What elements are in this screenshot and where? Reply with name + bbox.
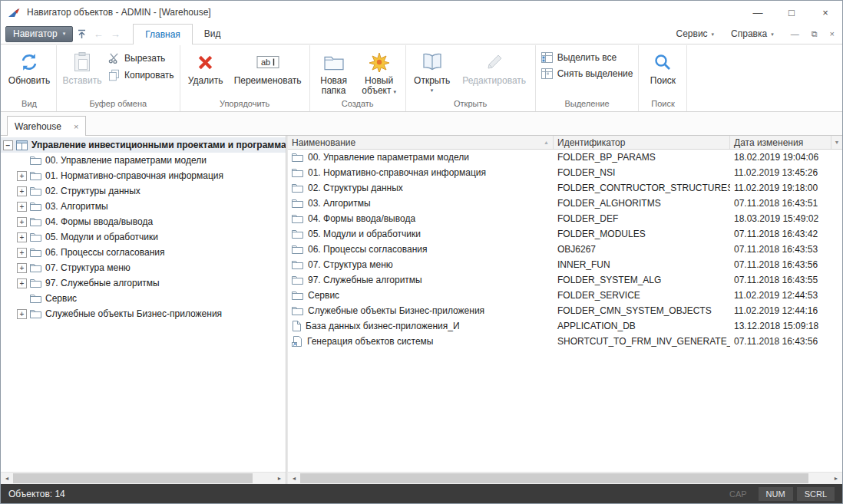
tree-item[interactable]: + 05. Модули и обработчики (1, 229, 286, 245)
filter-icon: ▼ (835, 140, 840, 145)
navigator-menu-button[interactable]: Навигатор ▾ (5, 26, 73, 42)
tree-item[interactable]: + 03. Алгоритмы (1, 199, 286, 214)
row-name: 97. Служебные алгоритмы (308, 275, 422, 285)
minimize-icon[interactable]: — (741, 1, 775, 24)
table-row[interactable]: 06. Процессы согласования OBJ6267 07.11.… (288, 242, 842, 257)
back-icon[interactable]: ← (90, 26, 107, 42)
table-row[interactable]: 03. Алгоритмы FOLDER_ALGHORITMS 07.11.20… (288, 196, 842, 211)
tree-item[interactable]: + 00. Управление параметрами модели (1, 153, 286, 168)
table-row[interactable]: 05. Модули и обработчики FOLDER_MODULES … (288, 226, 842, 242)
tab-warehouse[interactable]: Warehouse × (7, 116, 86, 136)
ribbon-group-view: Обновить Вид (2, 45, 57, 111)
scroll-left-icon[interactable]: ◄ (1, 473, 13, 484)
tab-close-icon[interactable]: × (74, 122, 78, 131)
paste-button[interactable]: Вставить (59, 47, 105, 87)
table-row[interactable]: 04. Формы ввода/вывода FOLDER_DEF 18.03.… (288, 211, 842, 226)
tree-items: + 00. Управление параметрами модели (1, 153, 286, 321)
ribbon-group-create: Новая папка Новый объект▾ Создать (310, 45, 406, 111)
tree-item-label: 03. Алгоритмы (45, 201, 108, 212)
copy-button[interactable]: Копировать (108, 69, 174, 81)
tree-item[interactable]: + 02. Структуры данных (1, 183, 286, 199)
expand-icon[interactable]: + (17, 186, 27, 196)
service-menu[interactable]: Сервис ▾ (676, 28, 715, 39)
grid-scroll-track[interactable] (300, 473, 830, 484)
child-close-icon[interactable]: × (830, 29, 835, 38)
chevron-down-icon: ▾ (771, 31, 774, 38)
open-icon (421, 51, 444, 74)
table-row[interactable]: База данных бизнес-приложения_И APPLICAT… (288, 318, 842, 334)
select-all-button[interactable]: Выделить все (541, 52, 633, 63)
table-row[interactable]: 02. Структуры данных FOLDER_CONTRUCTOR_S… (288, 180, 842, 196)
navigator-menu-label: Навигатор (13, 28, 58, 39)
tree-item[interactable]: + Сервис (1, 291, 286, 306)
tree-item[interactable]: + 01. Нормативно-справочная информация (1, 168, 286, 183)
window-controls: — □ × (741, 1, 842, 24)
child-restore-icon[interactable]: ⧉ (812, 29, 818, 39)
table-row[interactable]: 97. Служебные алгоритмы FOLDER_SYSTEM_AL… (288, 272, 842, 288)
group-label-open: Открыть (408, 99, 533, 111)
delete-button[interactable]: Удалить (183, 47, 229, 87)
column-header-name[interactable]: Наименование ▲ (288, 136, 554, 149)
column-filter-button[interactable]: ▼ (831, 136, 842, 149)
tree-scroll-thumb[interactable] (13, 473, 253, 483)
expand-icon[interactable]: + (17, 263, 27, 273)
table-row[interactable]: Сервис FOLDER_SERVICE 11.02.2019 12:44:5… (288, 288, 842, 303)
table-row[interactable]: Служебные объекты Бизнес-приложения FOLD… (288, 303, 842, 318)
status-bar: Объектов: 14 CAP NUM SCRL (1, 484, 842, 503)
row-identifier: FOLDER_CMN_SYSTEM_OBJECTS (554, 305, 730, 316)
table-row[interactable]: 01. Нормативно-справочная информация FOL… (288, 165, 842, 180)
expand-icon[interactable]: + (17, 248, 27, 258)
deselect-button[interactable]: Снять выделение (541, 68, 633, 79)
ribbon-tabs: Главная Вид (133, 24, 232, 44)
tree-item[interactable]: + 07. Структура меню (1, 260, 286, 275)
forward-icon[interactable]: → (107, 26, 124, 42)
expand-icon[interactable]: + (17, 217, 27, 227)
table-row[interactable]: 07. Структура меню INNER_FUN 07.11.2018 … (288, 257, 842, 272)
child-minimize-icon[interactable]: — (791, 29, 799, 38)
tree-item[interactable]: + Служебные объекты Бизнес-приложения (1, 306, 286, 321)
expand-icon[interactable]: + (17, 232, 27, 242)
tab-view[interactable]: Вид (193, 24, 233, 44)
chevron-down-icon: ▾ (393, 89, 396, 94)
tree-item[interactable]: + 04. Формы ввода/вывода (1, 214, 286, 229)
tree-scroll-track[interactable] (13, 473, 273, 484)
help-menu[interactable]: Справка ▾ (731, 28, 774, 39)
tree-item[interactable]: + 06. Процессы согласования (1, 245, 286, 260)
group-label-create: Создать (312, 99, 403, 111)
scroll-right-icon[interactable]: ► (830, 473, 842, 484)
scroll-left-icon[interactable]: ◄ (288, 473, 300, 484)
shortcut-icon (292, 336, 302, 347)
search-button[interactable]: Поиск (641, 47, 684, 87)
ribbon: Обновить Вид Вставить (1, 44, 842, 112)
new-folder-button[interactable]: Новая папка (312, 47, 355, 97)
expand-icon[interactable]: + (17, 202, 27, 212)
column-header-date-modified[interactable]: Дата изменения (730, 136, 831, 149)
close-icon[interactable]: × (808, 1, 842, 24)
row-identifier: FOLDER_SYSTEM_ALG (554, 275, 730, 285)
delete-label: Удалить (188, 76, 223, 86)
open-button[interactable]: Открыть ▾ (408, 47, 456, 94)
maximize-icon[interactable]: □ (775, 1, 808, 24)
tree-item[interactable]: + 97. Служебные алгоритмы (1, 275, 286, 291)
folder-icon (30, 263, 41, 272)
refresh-button[interactable]: Обновить (5, 47, 54, 87)
cut-button[interactable]: Вырезать (108, 52, 174, 64)
expand-icon[interactable]: + (17, 171, 27, 181)
collapse-icon[interactable]: − (3, 140, 13, 150)
table-row[interactable]: 00. Управление параметрами модели FOLDER… (288, 150, 842, 165)
column-header-identifier[interactable]: Идентификатор (554, 136, 730, 149)
window-title: Навигатор объектов - ADMIN - [Warehouse] (27, 7, 211, 18)
edit-button[interactable]: Редактировать (456, 47, 533, 87)
new-object-button[interactable]: Новый объект▾ (355, 47, 403, 97)
rename-button[interactable]: ab Переименовать (229, 47, 307, 87)
table-row[interactable]: Генерация объектов системы SHORTCUT_TO_F… (288, 334, 842, 349)
go-to-top-button[interactable] (73, 26, 90, 42)
expand-icon[interactable]: + (17, 278, 27, 288)
tree-root-item[interactable]: − Управление инвестиционными проектами и… (1, 137, 286, 153)
scroll-right-icon[interactable]: ► (273, 473, 286, 484)
tab-home[interactable]: Главная (133, 24, 193, 44)
folder-icon (292, 229, 303, 239)
folder-icon (30, 278, 41, 288)
grid-scroll-thumb[interactable] (300, 473, 808, 483)
expand-icon[interactable]: + (17, 309, 27, 319)
